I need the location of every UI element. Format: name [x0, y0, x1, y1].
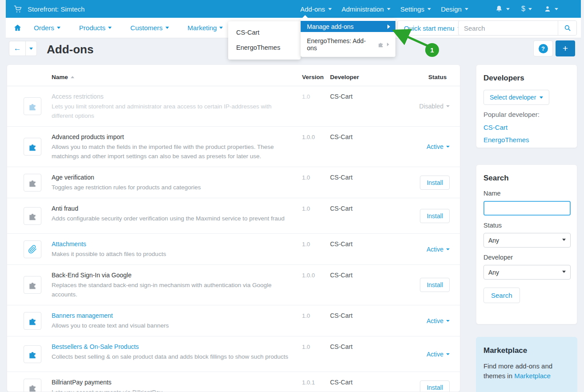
addon-name: Advanced products import	[52, 133, 294, 140]
addon-icon-box	[24, 138, 41, 156]
chevron-down-icon	[165, 27, 169, 29]
puzzle-icon	[28, 212, 37, 220]
chevron-down-icon	[446, 353, 450, 355]
install-button[interactable]: Install	[420, 209, 450, 223]
addon-description: Allows you to match the fields in the im…	[52, 142, 294, 161]
addon-developer: CS-Cart	[330, 86, 412, 126]
nav-products[interactable]: Products	[79, 24, 112, 32]
puzzle-icon	[378, 41, 384, 48]
addon-name: Age verification	[52, 174, 294, 181]
addon-icon-box	[24, 240, 41, 258]
chevron-down-icon	[446, 248, 450, 250]
search-submit-button[interactable]	[558, 21, 576, 35]
developers-panel: Developers Select developer Popular deve…	[476, 64, 577, 148]
puzzle-icon	[28, 178, 37, 187]
addon-version: 1.0	[302, 86, 330, 126]
topmenu-add-ons[interactable]: Add-ons	[300, 5, 332, 13]
status-dropdown[interactable]: Active	[427, 317, 450, 324]
install-button[interactable]: Install	[420, 176, 450, 190]
addon-developer: CS-Cart	[330, 265, 412, 305]
addon-name: Access restrictions	[52, 93, 294, 100]
name-filter-input[interactable]	[483, 201, 571, 216]
chevron-down-icon	[465, 8, 468, 10]
install-button[interactable]: Install	[420, 380, 450, 392]
status-dropdown[interactable]: Active	[427, 351, 450, 358]
chevron-down-icon	[108, 27, 112, 29]
popular-developer-label: Popular developer:	[483, 111, 570, 118]
top-admin-bar: Storefront: Simtech Add-ons Administrati…	[6, 0, 581, 18]
storefront-label[interactable]: Storefront: Simtech	[28, 5, 85, 13]
addon-description: Lets you limit storefront and administra…	[52, 102, 294, 120]
status-dropdown[interactable]: Active	[427, 246, 450, 253]
help-button[interactable]: ?	[533, 40, 553, 56]
developer-link-cs-cart[interactable]: CS-Cart	[483, 124, 570, 131]
developer-link-energothemes[interactable]: EnergoThemes	[483, 136, 570, 144]
nav-marketing[interactable]: Marketing	[188, 24, 223, 32]
quick-start-menu-button[interactable]: Quick start menu	[397, 20, 468, 36]
addon-icon-box	[24, 174, 41, 192]
submenu-arrow-icon	[387, 24, 390, 29]
puzzle-icon	[28, 102, 37, 111]
addon-icon-box	[24, 207, 41, 225]
home-button[interactable]	[6, 24, 22, 32]
user-icon	[544, 5, 552, 13]
search-panel: Search Name Status Any Developer Any Sea…	[476, 164, 577, 324]
notifications-menu[interactable]	[495, 5, 510, 13]
table-row: Anti fraud Adds configurable security or…	[7, 198, 460, 233]
storefront-cart-icon[interactable]	[13, 4, 22, 13]
menu-item-energothemes-add-ons[interactable]: EnergoThemes: Add-ons	[301, 32, 395, 52]
status-filter-select[interactable]: Any	[483, 233, 571, 248]
addon-version: 1.0	[302, 167, 330, 198]
select-developer-button[interactable]: Select developer	[483, 90, 549, 105]
developer-filter-select[interactable]: Any	[483, 265, 571, 280]
puzzle-icon	[28, 280, 37, 289]
addon-name-link[interactable]: Banners management	[52, 312, 294, 319]
chevron-down-icon	[219, 27, 223, 29]
status-dropdown[interactable]: Disabled	[419, 103, 450, 110]
global-search	[458, 20, 577, 36]
search-filter-button[interactable]: Search	[483, 288, 520, 303]
submenu-item-cs-cart[interactable]: CS-Cart	[228, 25, 301, 40]
topmenu-design[interactable]: Design	[441, 5, 468, 13]
addon-description: Toggles age restriction rules for produc…	[52, 183, 294, 192]
manage-add-ons-submenu: CS-Cart EnergoThemes	[228, 21, 301, 60]
install-button[interactable]: Install	[420, 278, 450, 292]
addon-description: Collects best selling & on sale product …	[52, 352, 294, 361]
column-name[interactable]: Name	[52, 74, 302, 80]
marketplace-link[interactable]: Marketplace	[514, 372, 551, 380]
addon-icon-box	[24, 312, 41, 330]
chevron-down-icon	[555, 8, 558, 10]
table-row: Banners management Allows you to create …	[7, 305, 460, 336]
addon-name: Back-End Sign-In via Google	[52, 272, 294, 279]
developer-filter-label: Developer	[483, 254, 570, 261]
topmenu-settings[interactable]: Settings	[400, 5, 431, 13]
puzzle-icon	[28, 316, 37, 325]
addon-name-link[interactable]: Attachments	[52, 240, 294, 248]
currency-menu[interactable]: $	[521, 5, 532, 13]
back-options-button[interactable]	[25, 41, 36, 56]
addon-developer: CS-Cart	[330, 127, 412, 167]
back-button[interactable]: ←	[9, 41, 25, 56]
addon-description: Lets you accept payments via BillriantPa…	[52, 388, 294, 392]
add-addon-button[interactable]: +	[556, 40, 575, 56]
status-dropdown[interactable]: Active	[427, 143, 450, 150]
chevron-down-icon	[328, 8, 332, 10]
global-search-input[interactable]	[459, 21, 558, 35]
addon-name-link[interactable]: Bestsellers & On-Sale Products	[52, 343, 294, 350]
menu-item-manage-add-ons[interactable]: Manage add-ons	[301, 21, 395, 32]
addon-name: Anti fraud	[52, 205, 294, 212]
user-menu[interactable]	[544, 5, 558, 13]
add-ons-dropdown: Manage add-ons EnergoThemes: Add-ons	[301, 19, 395, 57]
addon-icon-box	[24, 379, 41, 392]
search-panel-title: Search	[483, 174, 570, 183]
nav-customers[interactable]: Customers	[130, 24, 169, 32]
table-row: Access restrictions Lets you limit store…	[7, 86, 460, 126]
topmenu-administration[interactable]: Administration	[342, 5, 391, 13]
column-version: Version	[302, 74, 330, 80]
addon-version: 1.0.0	[302, 127, 330, 167]
submenu-item-energothemes[interactable]: EnergoThemes	[228, 40, 301, 55]
chevron-down-icon	[446, 146, 450, 148]
addon-version: 1.0	[302, 234, 330, 264]
nav-orders[interactable]: Orders	[34, 24, 60, 32]
addon-icon-box	[24, 345, 41, 363]
